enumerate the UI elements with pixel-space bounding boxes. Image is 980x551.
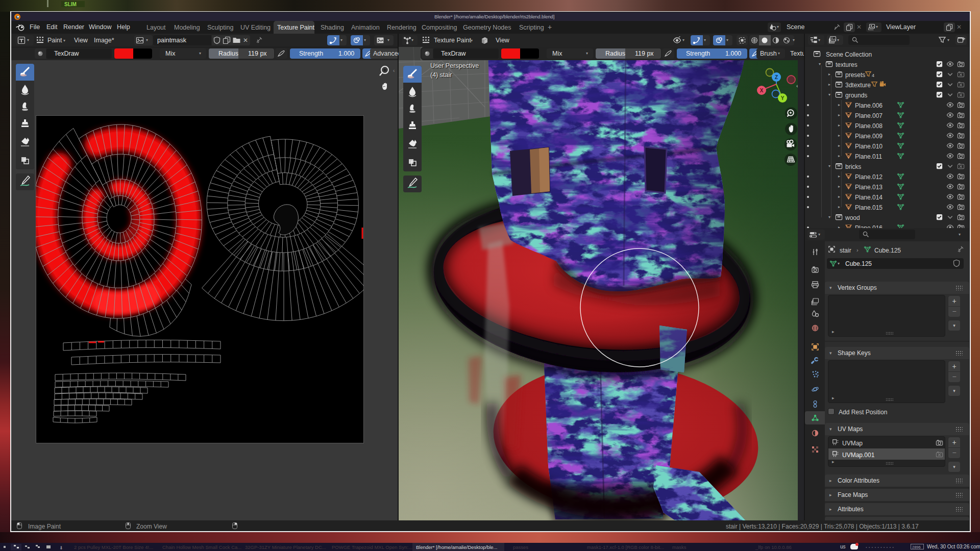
svg-text:Y: Y: [781, 95, 785, 101]
svg-text:X: X: [760, 88, 764, 93]
svg-text:(4) stair: (4) stair: [430, 71, 452, 79]
svg-text:Z: Z: [775, 74, 778, 80]
svg-text:User Perspective: User Perspective: [430, 62, 479, 69]
